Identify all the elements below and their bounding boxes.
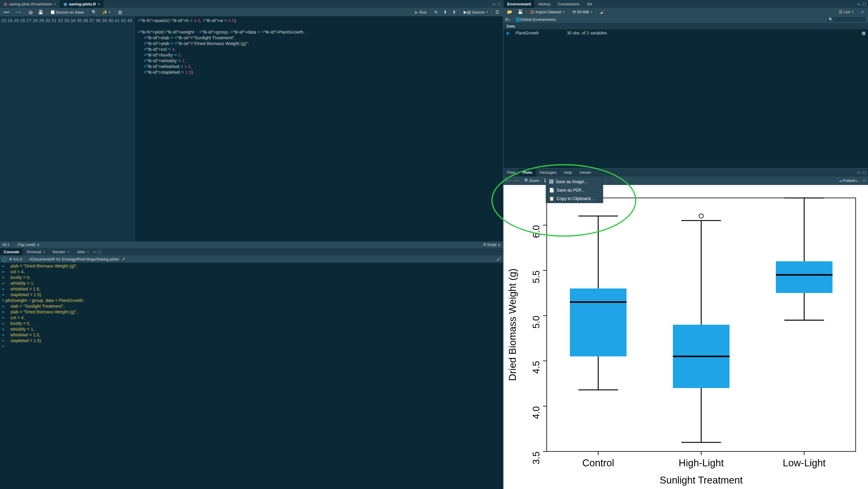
close-icon[interactable]: ×: [43, 250, 45, 254]
r-logo-icon: ◯: [2, 257, 7, 261]
publish-icon: ☁: [839, 178, 843, 183]
tab-connections[interactable]: Connections: [554, 0, 583, 8]
svg-text:5.5: 5.5: [531, 270, 541, 283]
tab-label: saving-plots.R: [69, 2, 96, 6]
close-icon[interactable]: ×: [87, 250, 89, 254]
goto-wd-icon[interactable]: ↗: [122, 257, 125, 261]
pdf-icon: 📄: [549, 188, 554, 193]
env-row[interactable]: ◉ PlantGrowth 30 obs. of 2 variables ▦: [506, 31, 866, 35]
tab-history[interactable]: History: [534, 0, 554, 8]
tab-jobs[interactable]: Jobs×: [73, 248, 93, 255]
environment-pane: Environment History Connections Git ▭▢ 📂…: [503, 0, 868, 169]
source-editor[interactable]: 23 24 25 26 27 28 29 30 31 32 33 34 35 3…: [0, 16, 503, 241]
env-scope-selector[interactable]: 🌐Global Environment▾: [515, 17, 557, 22]
source-label: Source: [472, 10, 485, 15]
tab-help[interactable]: Help: [560, 169, 576, 176]
source-on-save-toggle[interactable]: Source on Save: [49, 9, 86, 15]
plot-prev-button[interactable]: ⟸: [505, 178, 511, 183]
chevron-updown-icon: ⇅: [37, 243, 39, 247]
table-icon[interactable]: ▦: [862, 31, 866, 35]
language-selector[interactable]: R Script ⇅: [484, 243, 500, 247]
tab-plots[interactable]: Plots: [519, 169, 536, 176]
r-file-icon: ▣: [63, 2, 67, 6]
publish-button[interactable]: ☁Publish▾: [839, 178, 858, 183]
arrow-left-icon: ⟸: [4, 10, 10, 15]
export-save-pdf[interactable]: 📄Save as PDF...: [546, 186, 603, 194]
tab-terminal[interactable]: Terminal×: [23, 248, 49, 255]
env-scope-bar: R▾ 🌐Global Environment▾ 🔍: [503, 16, 868, 23]
close-icon[interactable]: ×: [67, 250, 70, 254]
export-copy-clip[interactable]: 📋Copy to Clipboard...: [546, 194, 603, 203]
code-area[interactable]: ="tk-fn">quartz(="tk-id">h = 4.5, ="tk-i…: [135, 16, 503, 241]
tab-saving-plots-r[interactable]: ▣ saving-plots.R ×: [60, 0, 103, 8]
svg-rect-25: [570, 288, 627, 356]
tab-git[interactable]: Git: [583, 0, 596, 8]
show-in-files-button[interactable]: ▤: [27, 9, 34, 15]
working-directory[interactable]: ~/Documents/R for Ecology/Rmd blogs/Savi…: [28, 257, 119, 261]
tab-viewer[interactable]: Viewer: [576, 169, 595, 176]
back-button[interactable]: ⟸: [2, 9, 11, 15]
env-search[interactable]: 🔍: [827, 16, 866, 22]
cursor-position: 43:1: [2, 243, 18, 247]
svg-text:4.5: 4.5: [531, 361, 541, 374]
tab-render[interactable]: Render×: [49, 248, 73, 255]
save-button[interactable]: 💾: [36, 9, 45, 15]
expand-icon[interactable]: ◉: [506, 31, 509, 35]
refresh-button[interactable]: ⟳: [859, 9, 866, 15]
source-icon: ▶▤: [464, 10, 471, 15]
view-mode-button[interactable]: ☰List▾: [837, 9, 855, 15]
plots-tabs: Files Plots Packages Help Viewer ▭▢: [503, 169, 868, 176]
maximize-icon[interactable]: ▢: [98, 250, 102, 254]
source-on-save-checkbox[interactable]: [51, 10, 55, 14]
import-dataset-button[interactable]: ▦Import Dataset▾: [529, 9, 566, 15]
memory-usage[interactable]: ◔58 MiB▾: [570, 9, 594, 15]
find-button[interactable]: 🔍: [90, 9, 98, 15]
source-toolbar: ⟸ ⟹ ▤ 💾 Source on Save 🔍 ✨▾ ▥ ▶Run ↻ ⬆ ⬇…: [0, 8, 503, 16]
image-icon: 🖼: [549, 179, 553, 184]
dot-sep: ·: [25, 257, 26, 261]
source-button[interactable]: ▶▤Source▾: [462, 9, 490, 15]
rerun-button[interactable]: ↻: [433, 9, 440, 15]
minimize-icon[interactable]: ▭: [857, 2, 861, 6]
env-search-input[interactable]: [833, 17, 865, 22]
outline-button[interactable]: ☰: [494, 9, 501, 15]
maximize-icon[interactable]: ▢: [497, 2, 501, 6]
env-tabs: Environment History Connections Git ▭▢: [503, 0, 868, 8]
tab-console[interactable]: Console: [0, 248, 23, 255]
save-workspace-button[interactable]: 💾: [516, 9, 525, 15]
clear-console-icon[interactable]: 🖌: [497, 257, 500, 261]
tab-files[interactable]: Files: [503, 169, 519, 176]
up-button[interactable]: ⬆: [441, 9, 449, 15]
compile-report-button[interactable]: ▥: [116, 9, 124, 15]
maximize-icon[interactable]: ▢: [863, 170, 866, 175]
down-button[interactable]: ⬇: [451, 9, 458, 15]
minimize-icon[interactable]: ▭: [492, 2, 496, 6]
run-button[interactable]: ▶Run: [413, 9, 429, 15]
scope-selector[interactable]: (Top Level) ⇅: [18, 243, 484, 247]
export-save-image[interactable]: 🖼Save as Image...: [546, 177, 603, 186]
language-selector[interactable]: R▾: [505, 17, 510, 22]
arrow-right-icon: ⟹: [514, 178, 519, 183]
svg-text:Low-Light: Low-Light: [783, 457, 826, 468]
forward-button[interactable]: ⟹: [13, 9, 23, 15]
tab-environment[interactable]: Environment: [503, 0, 534, 8]
document-icon: ▤: [29, 10, 33, 15]
console-output[interactable]: + ylab = "Dried Biomass Weight (g)", + c…: [0, 263, 503, 489]
maximize-icon[interactable]: ▢: [863, 2, 866, 6]
close-icon[interactable]: ×: [54, 2, 56, 6]
svg-text:Sunlight Treatment: Sunlight Treatment: [660, 474, 743, 486]
refresh-plot-button[interactable]: ⟳: [863, 178, 866, 183]
source-statusbar: 43:1 (Top Level) ⇅ R Script ⇅: [0, 241, 503, 248]
minimize-icon[interactable]: ▭: [857, 170, 861, 175]
env-section-header: Data: [503, 23, 868, 29]
load-workspace-button[interactable]: 📂: [505, 9, 514, 15]
wand-button[interactable]: ✨▾: [100, 9, 112, 15]
tab-packages[interactable]: Packages: [536, 169, 560, 176]
plot-next-button[interactable]: ⟹: [514, 178, 519, 183]
svg-text:Dried Biomass Weight (g): Dried Biomass Weight (g): [507, 268, 518, 381]
tab-saving-plots-rmarkdown[interactable]: ▣ saving-plots.Rmarkdown ×: [0, 0, 60, 8]
minimize-icon[interactable]: ▭: [93, 250, 96, 254]
close-icon[interactable]: ×: [98, 2, 100, 6]
clear-workspace-button[interactable]: 🧹: [598, 9, 607, 15]
zoom-button[interactable]: 🔍Zoom: [524, 178, 539, 183]
